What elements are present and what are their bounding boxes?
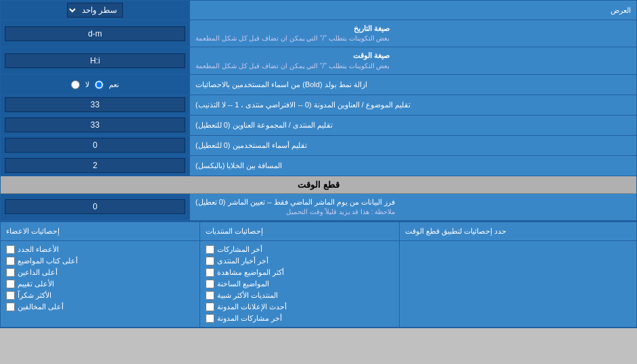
usernames-trim-row: تقليم أسماء المستخدمين (0 للتعطيل) (1, 136, 636, 156)
date-format-row: صيغة التاريخ بعض التكوينات يتطلب "/" الت… (1, 20, 636, 47)
date-format-input-container (1, 20, 190, 47)
topics-count-input[interactable] (5, 97, 185, 112)
list-item: الأعضاء الجدد (6, 244, 194, 255)
radio-no[interactable] (71, 80, 80, 89)
checkbox-forum-news[interactable] (206, 257, 214, 265)
list-item: أخر مشاركات المدونة (206, 313, 394, 324)
bold-remove-row: ازالة نمط بولد (Bold) من اسماء المستخدمي… (1, 75, 636, 95)
display-select[interactable]: سطر واحد (67, 3, 123, 18)
radio-no-label: لا (85, 80, 89, 89)
time-format-row: صيغة الوقت بعض التكوينات يتطلب "/" التي … (1, 47, 636, 74)
list-item: أخر المشاركات (206, 244, 394, 255)
col3-checkboxes: الأعضاء الجدد أعلى كتاب المواضيع أعلى ال… (1, 241, 200, 327)
forum-trim-row: تقليم المنتدى / المجموعة العناوين (0 للت… (1, 115, 636, 136)
cell-spacing-row: المسافة بين الخلايا (بالبكسل) (1, 156, 636, 176)
forum-trim-label: تقليم المنتدى / المجموعة العناوين (0 للت… (190, 115, 636, 135)
usernames-trim-input-container (1, 136, 190, 155)
main-container: العرض سطر واحد صيغة التاريخ بعض التكوينا… (0, 0, 637, 328)
checkbox-new-members[interactable] (6, 245, 15, 254)
list-item: أعلى المخالفين (6, 301, 194, 313)
topics-count-row: تقليم الموضوع / العناوين المدونة (0 -- ا… (1, 95, 636, 115)
time-cut-input-container (1, 194, 190, 220)
col2-header: إحصائيات المنتديات (200, 222, 400, 240)
col2-checkboxes: أخر المشاركات أخر أخبار المنتدى أكثر الم… (200, 241, 400, 327)
checkbox-blog-posts[interactable] (206, 314, 214, 323)
cell-spacing-input[interactable] (5, 158, 185, 173)
time-cut-label: فرز البيانات من يوم الماشر الماضي فقط --… (190, 194, 636, 220)
checkbox-top-rated[interactable] (6, 280, 15, 288)
list-item: المنتديات الأكثر شبية (206, 290, 394, 301)
time-cut-header: قطع الوقت (1, 176, 636, 194)
cell-spacing-input-container (1, 156, 190, 176)
list-item: المواضيع الساخنة (206, 278, 394, 290)
forum-trim-input[interactable] (5, 118, 185, 132)
topics-count-label: تقليم الموضوع / العناوين المدونة (0 -- ا… (190, 95, 636, 115)
checkbox-popular-forums[interactable] (206, 291, 214, 300)
checkbox-top-writers[interactable] (6, 257, 15, 265)
checkboxes-content: أخر المشاركات أخر أخبار المنتدى أكثر الم… (1, 241, 636, 328)
list-item: أعلى الداعين (6, 267, 194, 278)
col1-empty (400, 241, 636, 327)
checkbox-announcements[interactable] (206, 303, 214, 311)
checkbox-top-violators[interactable] (6, 303, 15, 311)
list-item: أعلى كتاب المواضيع (6, 255, 194, 267)
bold-remove-label: ازالة نمط بولد (Bold) من اسماء المستخدمي… (190, 75, 636, 95)
bold-remove-input-container: نعم لا (1, 75, 190, 95)
topics-count-input-container (1, 95, 190, 115)
checkbox-hot-topics[interactable] (206, 280, 214, 288)
list-item: الأعلى تقييم (6, 278, 194, 290)
checkbox-posts[interactable] (206, 245, 214, 254)
time-format-input[interactable] (5, 53, 185, 68)
radio-yes-label: نعم (109, 80, 119, 89)
cell-spacing-label: المسافة بين الخلايا (بالبكسل) (190, 156, 636, 176)
display-label: العرض (190, 3, 636, 18)
bold-radio-group: نعم لا (68, 79, 122, 90)
list-item: أحدث الإعلانات المدونة (206, 301, 394, 313)
time-cut-row: فرز البيانات من يوم الماشر الماضي فقط --… (1, 194, 636, 221)
col1-header: حدد إحصائيات لتطبيق قطع الوقت (400, 222, 636, 240)
list-item: أخر أخبار المنتدى (206, 255, 394, 267)
time-cut-input[interactable] (5, 199, 185, 214)
checkbox-top-inviters[interactable] (6, 268, 15, 277)
date-format-input[interactable] (5, 26, 185, 41)
checkbox-most-thanked[interactable] (6, 291, 15, 300)
checkboxes-header-row: حدد إحصائيات لتطبيق قطع الوقت إحصائيات ا… (1, 222, 636, 241)
checkbox-most-viewed[interactable] (206, 268, 214, 277)
time-format-label: صيغة الوقت بعض التكوينات يتطلب "/" التي … (190, 47, 636, 74)
time-format-input-container (1, 47, 190, 74)
usernames-trim-label: تقليم أسماء المستخدمين (0 للتعطيل) (190, 136, 636, 155)
list-item: أكثر المواضيع مشاهدة (206, 267, 394, 278)
forum-trim-input-container (1, 115, 190, 135)
date-format-label: صيغة التاريخ بعض التكوينات يتطلب "/" الت… (190, 20, 636, 47)
display-row: العرض سطر واحد (1, 1, 636, 20)
list-item: الأكثر شكراً (6, 290, 194, 301)
checkboxes-section: حدد إحصائيات لتطبيق قطع الوقت إحصائيات ا… (1, 221, 636, 328)
col3-header: إحصائيات الاعضاء (1, 222, 200, 240)
radio-yes[interactable] (95, 80, 103, 89)
usernames-trim-input[interactable] (5, 138, 185, 153)
display-select-container: سطر واحد (1, 1, 190, 20)
